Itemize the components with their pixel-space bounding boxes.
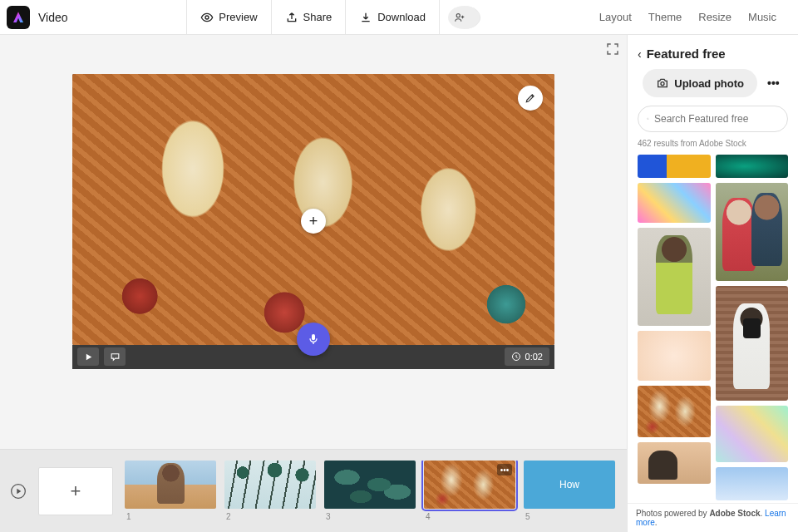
timeline-clip-1[interactable] bbox=[125, 461, 216, 509]
panel-title: Featured free bbox=[647, 47, 726, 61]
add-slide-button[interactable]: + bbox=[38, 467, 113, 515]
expand-icon[interactable] bbox=[605, 42, 620, 57]
stock-thumb[interactable] bbox=[638, 155, 711, 178]
edit-button[interactable] bbox=[518, 86, 543, 111]
svg-point-0 bbox=[205, 16, 209, 19]
stock-thumb[interactable] bbox=[716, 183, 789, 281]
clip-number: 1 bbox=[126, 512, 216, 521]
play-icon bbox=[83, 352, 94, 362]
play-button[interactable] bbox=[77, 347, 99, 366]
svg-point-6 bbox=[648, 118, 649, 120]
clip-number: 3 bbox=[326, 512, 416, 521]
upload-photo-button[interactable]: Upload photo bbox=[643, 69, 757, 97]
clip-number: 2 bbox=[226, 512, 316, 521]
clip-more-button[interactable]: ••• bbox=[497, 464, 512, 475]
pencil-icon bbox=[525, 92, 536, 104]
share-button[interactable]: Share bbox=[271, 0, 346, 34]
timeline-clip-4[interactable]: ••• bbox=[424, 461, 515, 509]
stock-thumb[interactable] bbox=[716, 467, 789, 500]
duration-pill[interactable]: 0:02 bbox=[505, 347, 549, 366]
stock-thumb[interactable] bbox=[716, 406, 789, 462]
share-icon bbox=[285, 11, 298, 24]
timeline-clip-2[interactable] bbox=[224, 461, 316, 509]
stock-thumb[interactable] bbox=[638, 183, 711, 223]
person-plus-icon bbox=[454, 12, 466, 23]
clip-number: 5 bbox=[525, 512, 615, 521]
eye-icon bbox=[200, 11, 214, 24]
microphone-icon bbox=[307, 332, 320, 346]
stock-thumb[interactable] bbox=[638, 228, 711, 326]
theme-tab[interactable]: Theme bbox=[648, 11, 682, 23]
clip-number: 4 bbox=[426, 512, 515, 521]
canvas-stage[interactable]: + 0:02 bbox=[72, 74, 554, 369]
stock-thumb[interactable] bbox=[638, 331, 711, 381]
download-icon bbox=[359, 11, 372, 24]
stock-thumb[interactable] bbox=[638, 442, 711, 484]
layout-tab[interactable]: Layout bbox=[599, 11, 632, 23]
upload-more-button[interactable]: ••• bbox=[764, 76, 783, 90]
music-tab[interactable]: Music bbox=[748, 11, 776, 23]
invite-button[interactable] bbox=[448, 6, 480, 29]
resize-tab[interactable]: Resize bbox=[698, 11, 732, 23]
download-button[interactable]: Download bbox=[345, 0, 440, 34]
record-voice-button[interactable] bbox=[297, 323, 330, 356]
clock-icon bbox=[511, 352, 521, 362]
stock-thumb[interactable] bbox=[638, 386, 711, 437]
document-title[interactable]: Video bbox=[38, 11, 68, 24]
svg-point-1 bbox=[456, 13, 460, 17]
caption-button[interactable] bbox=[104, 347, 126, 366]
speech-bubble-icon bbox=[110, 352, 121, 362]
results-count: 462 results from Adobe Stock bbox=[628, 139, 798, 155]
svg-point-5 bbox=[661, 82, 664, 86]
play-all-button[interactable] bbox=[10, 483, 27, 500]
search-icon bbox=[647, 113, 649, 125]
back-chevron-icon[interactable]: ‹ bbox=[638, 47, 642, 61]
timeline-clip-5[interactable]: How bbox=[524, 461, 615, 509]
search-input-wrap[interactable] bbox=[638, 106, 788, 132]
stock-attribution: Photos powered by Adobe Stock. Learn mor… bbox=[628, 503, 798, 532]
add-element-button[interactable]: + bbox=[301, 209, 326, 234]
app-logo[interactable] bbox=[7, 6, 30, 29]
svg-rect-2 bbox=[312, 334, 315, 340]
preview-button[interactable]: Preview bbox=[186, 0, 270, 34]
stock-thumb[interactable] bbox=[716, 286, 789, 401]
camera-plus-icon bbox=[656, 76, 669, 90]
search-input[interactable] bbox=[654, 113, 779, 125]
stock-thumb[interactable] bbox=[716, 155, 789, 178]
timeline-clip-3[interactable] bbox=[324, 461, 416, 509]
